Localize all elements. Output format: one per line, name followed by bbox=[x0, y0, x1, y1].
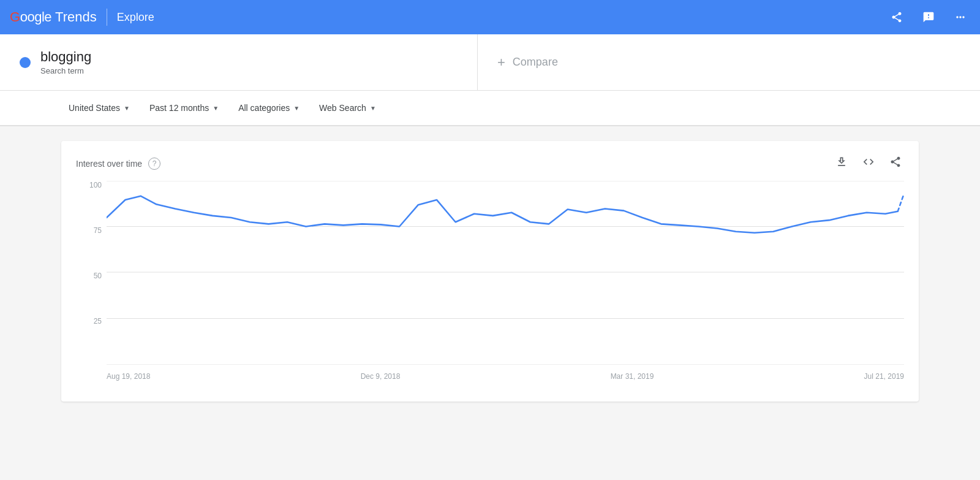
term-color-dot bbox=[20, 57, 31, 68]
search-type-filter[interactable]: Web Search ▼ bbox=[312, 98, 383, 118]
share-chart-button[interactable] bbox=[887, 153, 904, 173]
apps-button[interactable] bbox=[951, 7, 970, 27]
category-arrow-icon: ▼ bbox=[293, 105, 300, 112]
term-text: blogging Search term bbox=[40, 49, 91, 75]
explore-label: Explore bbox=[117, 11, 154, 24]
help-icon: ? bbox=[153, 159, 157, 168]
y-label-100: 100 bbox=[76, 181, 107, 189]
chart-svg-area bbox=[107, 181, 904, 365]
region-filter[interactable]: United States ▼ bbox=[61, 98, 137, 118]
term-name: blogging bbox=[40, 49, 91, 65]
category-label: All categories bbox=[238, 103, 290, 113]
compare-label: Compare bbox=[513, 56, 558, 69]
header-divider bbox=[107, 9, 107, 26]
category-filter[interactable]: All categories ▼ bbox=[231, 98, 307, 118]
x-label-dec: Dec 9, 2018 bbox=[361, 372, 401, 381]
chart-container: 100 75 50 25 bbox=[76, 181, 904, 389]
search-type-arrow-icon: ▼ bbox=[370, 105, 376, 112]
chart-header: Interest over time ? bbox=[76, 153, 904, 173]
region-label: United States bbox=[69, 103, 120, 113]
compare-box[interactable]: + Compare bbox=[478, 34, 980, 90]
region-arrow-icon: ▼ bbox=[124, 105, 130, 112]
embed-button[interactable] bbox=[860, 153, 877, 173]
x-label-mar: Mar 31, 2019 bbox=[611, 372, 654, 381]
search-type-label: Web Search bbox=[319, 103, 366, 113]
chart-actions bbox=[833, 153, 904, 173]
compare-plus-icon: + bbox=[497, 55, 505, 70]
feedback-button[interactable] bbox=[919, 7, 938, 27]
chart-title: Interest over time bbox=[76, 159, 142, 169]
chart-svg bbox=[107, 181, 904, 365]
period-label: Past 12 months bbox=[149, 103, 209, 113]
trends-wordmark: Trends bbox=[55, 9, 97, 25]
y-axis: 100 75 50 25 bbox=[76, 181, 107, 365]
x-axis: Aug 19, 2018 Dec 9, 2018 Mar 31, 2019 Ju… bbox=[107, 367, 904, 389]
app-header: Google Trends Explore bbox=[0, 0, 980, 34]
search-area: blogging Search term + Compare bbox=[0, 34, 980, 91]
chart-help-button[interactable]: ? bbox=[148, 158, 160, 170]
filters-bar: United States ▼ Past 12 months ▼ All cat… bbox=[0, 91, 980, 126]
period-arrow-icon: ▼ bbox=[213, 105, 219, 112]
x-label-jul: Jul 21, 2019 bbox=[864, 372, 904, 381]
header-right bbox=[887, 7, 970, 27]
y-label-75: 75 bbox=[76, 226, 107, 235]
term-type: Search term bbox=[40, 66, 91, 75]
interest-over-time-card: Interest over time ? bbox=[61, 141, 919, 402]
header-left: Google Trends Explore bbox=[10, 9, 154, 26]
share-button[interactable] bbox=[887, 7, 907, 27]
period-filter[interactable]: Past 12 months ▼ bbox=[142, 98, 226, 118]
chart-title-group: Interest over time ? bbox=[76, 158, 160, 170]
main-content: Interest over time ? bbox=[0, 126, 980, 416]
y-label-50: 50 bbox=[76, 272, 107, 280]
google-wordmark: Google bbox=[10, 9, 51, 25]
x-label-aug: Aug 19, 2018 bbox=[107, 372, 150, 381]
search-term-box: blogging Search term bbox=[0, 34, 478, 90]
y-label-25: 25 bbox=[76, 317, 107, 326]
download-button[interactable] bbox=[833, 153, 850, 173]
google-trends-logo: Google Trends bbox=[10, 9, 97, 25]
